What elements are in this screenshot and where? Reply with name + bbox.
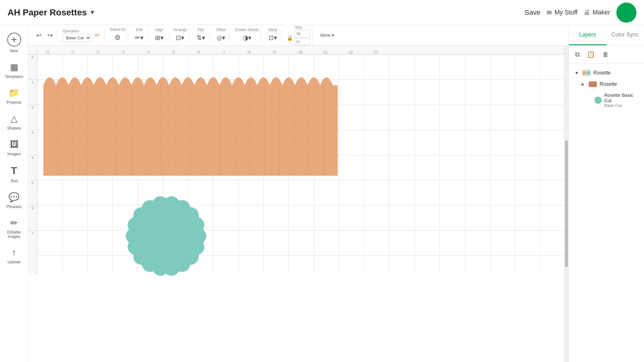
ruler-left-1: 1 [28,80,37,105]
layer-row-rosette-basic-cut[interactable]: Rosette Basic Cut Basic Cut [584,90,641,110]
size-w-input[interactable] [294,30,310,37]
panel-duplicate-button[interactable]: ⧉ [574,50,581,59]
lock-icon: 🔒 [287,35,293,41]
go-button[interactable] [616,3,636,23]
panel-copy-button[interactable]: 📋 [586,49,596,59]
flip-group: Flip ⇅▾ [192,28,210,43]
layer-name-rosette: Rosette [600,81,617,87]
mystuff-label: My Stuff [554,9,577,16]
undo-button[interactable]: ↩ [35,30,44,40]
undo-redo-group: ↩ ↪ [32,30,58,40]
ruler-mark-4: 4 [147,50,172,54]
offset-button[interactable]: ◎▾ [215,33,227,43]
layer-thumb-root [582,70,591,76]
ruler-left-7: 7 [28,230,37,255]
sidebar-item-new[interactable]: + New [0,28,28,58]
ruler-left-6: 6 [28,205,37,230]
sidebar-label-images: Images [7,151,21,156]
save-button[interactable]: Save [525,8,540,17]
select-all-group: Select All ⚙ [107,27,128,43]
ruler-mark-3: 3 [121,50,147,54]
operation-select[interactable]: Basic Cut [63,34,91,42]
create-sticker-button[interactable]: ◑▾ [241,33,253,43]
ruler-mark-11: 11 [323,50,348,54]
mystuff-button[interactable]: ✉ My Stuff [547,9,577,16]
ruler-mark-8: 8 [247,50,272,54]
arrange-button[interactable]: ⊡▾ [174,33,186,43]
scrollbar-thumb[interactable] [565,140,568,267]
warp-group: Warp ⊡▾ [264,28,282,43]
create-sticker-group: Create Sticker ◑▾ [232,28,262,43]
images-icon: 🖼 [10,139,19,150]
select-all-button[interactable]: ⚙ [113,32,123,43]
edit-color-button[interactable]: ✏ [93,30,102,40]
tab-layers[interactable]: Layers [569,25,607,45]
right-panel-tabs: Layers Color Sync [569,25,644,46]
edit-button[interactable]: ✏▾ [133,33,145,43]
canvas-grid[interactable] [37,54,564,274]
ruler-mark-0: 0 [46,50,71,54]
panel-delete-button[interactable]: 🗑 [601,50,610,59]
svg-rect-21 [583,71,586,74]
layer-thumb-rosette [588,81,597,87]
redo-button[interactable]: ↪ [46,30,55,40]
align-group: Align ⊞▾ [151,28,168,43]
edit-label: Edit [136,28,143,32]
sidebar-item-templates[interactable]: ▦ Templates [0,58,28,83]
layer-indent-rosette: ► Rosette Rosette Basic Cut [578,79,641,110]
sidebar-label-new: New [10,48,18,53]
maker-label: Maker [592,9,610,16]
warp-button[interactable]: ⊡▾ [267,33,279,43]
ruler-corner [37,50,46,54]
sidebar-item-images[interactable]: 🖼 Images [0,135,28,161]
sidebar-item-text[interactable]: T Text [0,161,28,188]
flip-button[interactable]: ⇅▾ [195,33,207,43]
header-left: AH Paper Rosettes ▼ [8,8,96,18]
sidebar-label-editable-images: Editable Images [3,230,25,239]
phrases-icon: 💬 [8,192,19,202]
maker-button[interactable]: 🖨 Maker [584,9,610,16]
main-layout: + New ▦ Templates 📁 Projects △ Shapes 🖼 … [0,25,644,362]
chevron-down-icon[interactable]: ▼ [89,9,96,16]
layer-color-circle-basic-cut [595,97,602,104]
ruler-top: 0 1 2 3 4 5 6 7 8 9 10 11 12 13 [28,46,564,54]
layer-expand-rosette[interactable]: ► [580,81,586,87]
arrange-label: Arrange [173,28,187,32]
align-button[interactable]: ⊞▾ [153,33,165,43]
sidebar-label-text: Text [10,178,18,183]
right-panel-toolbar: ⧉ 📋 🗑 [569,46,644,63]
layer-row-rosette[interactable]: ► Rosette [578,79,641,90]
align-label: Align [155,28,164,32]
tab-color-sync[interactable]: Color Sync [607,25,644,45]
projects-icon: 📁 [8,88,19,98]
left-sidebar: + New ▦ Templates 📁 Projects △ Shapes 🖼 … [0,25,28,362]
ruler-mark-9: 9 [272,50,297,54]
canvas-vertical-scrollbar[interactable] [564,46,569,362]
rosette-circle-better[interactable] [116,186,216,286]
select-all-label: Select All [110,27,125,32]
svg-rect-22 [587,71,590,74]
offset-label: Offset [216,28,226,32]
layer-name-basic-cut: Rosette Basic Cut [604,92,639,103]
warp-label: Warp [268,28,277,32]
size-h-input[interactable] [294,38,310,45]
templates-icon: ▦ [10,62,18,72]
more-button[interactable]: More ▾ [318,31,336,39]
canvas-scroll-area[interactable]: 0 1 2 3 4 5 6 7 8 9 10 11 12 13 [28,46,564,362]
ruler-left-0: 0 [28,54,37,80]
ruler-mark-2: 2 [96,50,121,54]
layer-row-rosette-root[interactable]: ▼ Rosette [571,67,641,79]
sidebar-item-projects[interactable]: 📁 Projects [0,83,28,109]
size-label: Size [295,25,302,30]
sidebar-label-phrases: Phrases [7,204,22,209]
upload-icon: ↑ [12,248,16,258]
sidebar-item-editable-images[interactable]: ✏ Editable Images [0,213,28,243]
layer-expand-root[interactable]: ▼ [574,70,580,76]
rosette-strip-shape[interactable] [43,66,338,176]
sidebar-item-upload[interactable]: ↑ Upload [0,243,28,269]
sidebar-item-shapes[interactable]: △ Shapes [0,109,28,135]
arrange-group: Arrange ⊡▾ [171,28,190,43]
layer-indent-basic-cut: Rosette Basic Cut Basic Cut [584,90,641,110]
ruler-mark-5: 5 [172,50,197,54]
sidebar-item-phrases[interactable]: 💬 Phrases [0,188,28,213]
